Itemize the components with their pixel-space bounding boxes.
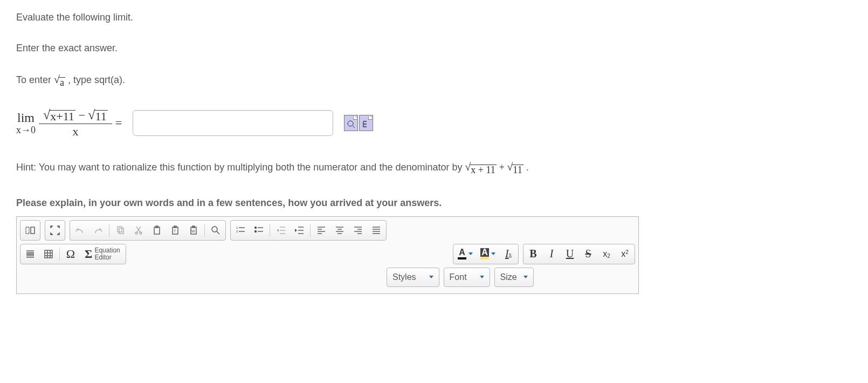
omega-icon: Ω [66,247,75,261]
undo-button[interactable] [71,222,88,239]
text-color-button[interactable]: A [454,245,476,263]
cut-button[interactable] [130,222,147,239]
hint-sqrt-x-plus-11-body: x + 11 [470,165,496,175]
sup-x: x [621,249,625,259]
sub-2: 2 [607,253,610,259]
preview-icon[interactable] [344,115,358,131]
paste-text-button[interactable]: T [167,222,184,239]
svg-text:2: 2 [236,230,238,233]
svg-text:1: 1 [236,226,238,229]
explain-label: Please explain, in your own words and in… [16,196,852,210]
group-text-color: A A Ix [453,244,519,264]
caret-icon [480,276,484,278]
styles-dropdown[interactable]: Styles [387,268,439,287]
font-dropdown[interactable]: Font [444,268,490,287]
clear-format-I: I [505,248,509,260]
size-dropdown[interactable]: Size [494,268,534,287]
svg-text:T: T [174,229,176,233]
maximize-button[interactable] [46,222,64,239]
group-fullscreen [45,220,65,241]
copy-button[interactable] [112,222,129,239]
subscript-button[interactable]: x2 [598,245,615,263]
caret-icon [523,276,528,278]
svg-point-0 [348,121,353,126]
svg-rect-4 [118,227,122,232]
strike-button[interactable]: S [580,245,597,263]
toolbar-row-3: Styles Font Size [20,268,635,287]
prompt-line-1: Evaluate the following limit. [16,11,852,24]
lim-approach: x→0 [16,125,36,135]
clear-format-x: x [509,251,512,257]
superscript-button[interactable]: x2 [616,245,633,263]
caret-icon [429,276,433,278]
numbered-list-button[interactable]: 12 [232,222,249,239]
fraction-denominator: x [39,124,112,138]
paste-button[interactable] [148,222,166,239]
lim-word: lim [17,111,35,124]
italic-button[interactable]: I [543,245,560,263]
highlight-A: A [480,248,489,257]
prompt-line-2: Enter the exact answer. [16,42,852,55]
svg-rect-2 [26,227,29,234]
align-justify-button[interactable] [368,222,385,239]
caret-icon [491,252,495,255]
answer-input[interactable] [133,110,333,136]
align-left-button[interactable] [313,222,330,239]
svg-line-1 [353,126,355,128]
answer-helper-icons [344,115,373,131]
hint-sqrt-x-plus-11: x + 11 [465,160,496,175]
indent-button[interactable] [291,222,308,239]
bold-button[interactable]: B [525,245,542,263]
styles-label: Styles [392,271,416,283]
svg-rect-5 [119,228,123,234]
sub-x: x [603,249,607,259]
fraction-numerator: x+11 − 11 [41,108,110,124]
insert-hr-button[interactable] [22,245,39,263]
toolbar-row-1: T W 12 [20,220,635,241]
hint-plus: + [499,162,507,173]
sup-2: 2 [625,249,629,255]
separator [204,224,205,237]
prompt3-prefix: To enter [16,74,54,85]
equation-editor-button[interactable]: Σ Equation Editor [80,245,125,263]
bulleted-list-button[interactable] [250,222,267,239]
group-edit: T W [70,220,226,241]
align-right-button[interactable] [349,222,367,239]
svg-text:W: W [191,229,195,233]
sigma-icon: Σ [85,247,92,261]
text-color-A: A [459,248,465,257]
find-button[interactable] [207,222,224,239]
group-text-style: B I U S x2 x2 [523,244,635,264]
sqrt-x-plus-11: x+11 [43,108,75,122]
group-lists-align: 12 [230,220,387,241]
paste-word-button[interactable]: W [185,222,202,239]
equation-editor-label: Equation Editor [94,247,120,261]
align-center-button[interactable] [331,222,348,239]
source-toggle-button[interactable] [22,222,39,239]
svg-point-24 [255,230,257,232]
lim-operator: lim x→0 [16,111,36,135]
special-char-button[interactable]: Ω [62,245,79,263]
sqrt-a-radicand: a [59,77,65,87]
sqrt-x-plus-11-body: x+11 [49,110,75,122]
highlight-color-button[interactable]: A [477,245,499,263]
underline-button[interactable]: U [561,245,578,263]
separator [310,224,311,237]
prompt3-suffix: , type sqrt(a). [68,74,125,85]
caret-icon [469,252,473,255]
equals-sign: = [115,115,122,132]
outdent-button[interactable] [272,222,290,239]
hint-text: Hint: You may want to rationalize this f… [16,160,852,175]
toolbar-row-2: Ω Σ Equation Editor A A [20,244,635,264]
highlight-icon: A [480,248,489,259]
rich-text-editor: T W 12 [16,216,639,294]
equation-editor-label-bot: Editor [94,254,111,261]
limit-block: lim x→0 x+11 − 11 x = [16,108,852,138]
insert-table-button[interactable] [40,245,57,263]
equation-helper-icon[interactable] [359,115,373,131]
svg-rect-53 [45,250,52,258]
clear-format-button[interactable]: Ix [500,245,517,263]
svg-point-22 [255,227,257,228]
prompt-line-3: To enter a , type sqrt(a). [16,72,852,87]
redo-button[interactable] [89,222,107,239]
